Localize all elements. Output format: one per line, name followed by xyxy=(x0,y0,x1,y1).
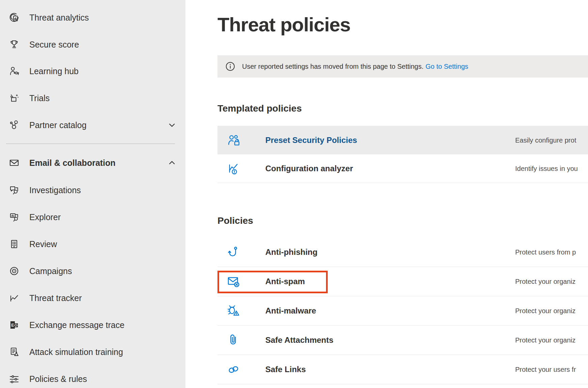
row-preset-security-policies[interactable]: Preset Security Policies Easily configur… xyxy=(217,126,588,154)
attack-simulation-icon xyxy=(8,346,20,358)
sidebar-item-label: Campaigns xyxy=(29,266,72,276)
policies-rules-icon xyxy=(8,373,20,385)
sidebar-divider xyxy=(6,144,175,144)
row-anti-phishing[interactable]: Anti-phishing Protect users from p xyxy=(217,238,588,267)
campaigns-icon xyxy=(8,265,20,277)
banner-text: User reported settings has moved from th… xyxy=(242,63,423,70)
page-title: Threat policies xyxy=(217,13,350,36)
anti-phishing-icon xyxy=(226,245,241,260)
sidebar-item-label: Explorer xyxy=(29,212,61,222)
sidebar-item-learning-hub[interactable]: Learning hub xyxy=(0,58,185,85)
row-anti-malware[interactable]: Anti-malware Protect your organiz xyxy=(217,296,588,326)
investigations-icon xyxy=(8,184,20,196)
row-name[interactable]: Anti-spam xyxy=(265,277,305,286)
row-safe-attachments[interactable]: Safe Attachments Protect your organiz xyxy=(217,326,588,355)
sidebar-item-label: Threat tracker xyxy=(29,293,82,303)
sidebar-item-label: Attack simulation training xyxy=(29,347,123,357)
sidebar-item-label: Trials xyxy=(29,93,50,103)
row-name[interactable]: Anti-malware xyxy=(265,306,316,316)
threat-tracker-icon xyxy=(8,292,20,304)
sidebar-item-exchange-message-trace[interactable]: E Exchange message trace xyxy=(0,311,185,338)
info-icon xyxy=(226,62,235,71)
sidebar-item-review[interactable]: Review xyxy=(0,231,185,258)
email-icon xyxy=(8,157,20,169)
trials-icon xyxy=(8,92,20,104)
row-description: Protect your organiz xyxy=(515,307,576,315)
row-name[interactable]: Anti-phishing xyxy=(265,247,318,257)
sidebar-item-label: Partner catalog xyxy=(29,120,87,130)
learning-hub-icon xyxy=(8,65,20,77)
row-name[interactable]: Safe Attachments xyxy=(265,335,333,345)
section-heading-templated-policies: Templated policies xyxy=(217,103,302,114)
safe-attachments-icon xyxy=(226,333,241,348)
row-name[interactable]: Safe Links xyxy=(265,365,306,374)
sidebar-item-label: Threat analytics xyxy=(29,13,89,23)
sidebar-item-secure-score[interactable]: Secure score xyxy=(0,31,185,58)
go-to-settings-link[interactable]: Go to Settings xyxy=(425,63,468,70)
row-description: Protect your organiz xyxy=(515,336,576,344)
review-icon xyxy=(8,238,20,250)
explorer-icon xyxy=(8,211,20,223)
row-description: Protect users from p xyxy=(515,248,576,256)
sidebar-item-attack-simulation-training[interactable]: Attack simulation training xyxy=(0,338,185,365)
sidebar-item-threat-tracker[interactable]: Threat tracker xyxy=(0,285,185,311)
sidebar-item-label: Review xyxy=(29,239,57,249)
sidebar-item-campaigns[interactable]: Campaigns xyxy=(0,258,185,285)
banner-message: User reported settings has moved from th… xyxy=(242,63,468,70)
row-name[interactable]: Preset Security Policies xyxy=(265,136,357,145)
preset-security-icon xyxy=(226,133,241,148)
row-description: Protect your users fr xyxy=(515,366,576,374)
anti-spam-icon xyxy=(226,274,241,289)
row-description: Identify issues in you xyxy=(515,165,578,173)
chevron-down-icon[interactable] xyxy=(167,120,177,130)
row-description: Protect your organiz xyxy=(515,278,576,286)
sidebar-item-email-collaboration[interactable]: Email & collaboration xyxy=(0,149,185,176)
sidebar-item-partner-catalog[interactable]: Partner catalog xyxy=(0,112,185,139)
configuration-analyzer-icon xyxy=(226,161,241,176)
exchange-icon: E xyxy=(8,319,20,331)
left-navigation: Threat analytics Secure score Learning h… xyxy=(0,0,185,388)
chevron-up-icon[interactable] xyxy=(167,158,177,168)
sidebar-item-label: Secure score xyxy=(29,40,79,50)
sidebar-item-label: Learning hub xyxy=(29,66,79,76)
partner-catalog-icon xyxy=(8,119,20,131)
info-banner: User reported settings has moved from th… xyxy=(217,55,588,78)
sidebar-item-explorer[interactable]: Explorer xyxy=(0,204,185,231)
threat-analytics-icon xyxy=(8,11,20,24)
row-safe-links[interactable]: Safe Links Protect your users fr xyxy=(217,355,588,384)
trophy-icon xyxy=(8,38,20,51)
row-anti-spam[interactable]: Anti-spam Protect your organiz xyxy=(217,267,588,296)
sidebar-item-label: Exchange message trace xyxy=(29,320,124,330)
sidebar-item-policies-rules[interactable]: Policies & rules xyxy=(0,365,185,388)
sidebar-item-investigations[interactable]: Investigations xyxy=(0,177,185,204)
row-configuration-analyzer[interactable]: Configuration analyzer Identify issues i… xyxy=(217,154,588,183)
row-description: Easily configure prot xyxy=(515,136,576,144)
row-name[interactable]: Configuration analyzer xyxy=(265,164,353,173)
section-heading-policies: Policies xyxy=(217,215,253,226)
anti-malware-icon xyxy=(226,303,241,318)
sidebar-item-threat-analytics[interactable]: Threat analytics xyxy=(0,4,185,31)
svg-text:E: E xyxy=(11,323,14,328)
sidebar-item-label: Investigations xyxy=(29,185,81,195)
sidebar-item-label: Policies & rules xyxy=(29,374,87,384)
sidebar-item-label: Email & collaboration xyxy=(29,158,116,168)
sidebar-item-trials[interactable]: Trials xyxy=(0,85,185,112)
safe-links-icon xyxy=(226,362,241,377)
